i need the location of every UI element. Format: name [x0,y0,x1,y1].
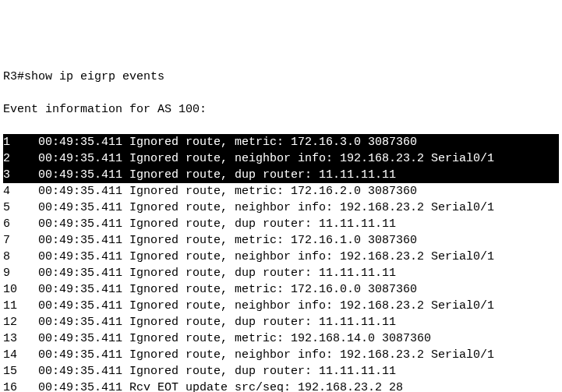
event-row: 700:49:35.411 Ignored route, metric: 172… [3,232,559,249]
event-message: Ignored route, metric: 172.16.0.0 308736… [122,283,417,296]
event-message: Ignored route, neighbor info: 192.168.23… [122,152,494,165]
event-row: 1000:49:35.411 Ignored route, metric: 17… [3,281,559,298]
event-row: 1100:49:35.411 Ignored route, neighbor i… [3,298,559,314]
event-row: 1300:49:35.411 Ignored route, metric: 19… [3,330,559,347]
event-number: 12 [3,314,38,330]
event-timestamp: 00:49:35.411 [38,249,122,265]
event-number: 15 [3,363,38,380]
event-timestamp: 00:49:35.411 [38,281,122,298]
event-timestamp: 00:49:35.411 [38,183,122,200]
event-timestamp: 00:49:35.411 [38,314,122,330]
command-prompt: R3#show ip eigrp events [3,69,559,85]
event-message: Ignored route, dup router: 11.11.11.11 [122,217,396,231]
event-list: 100:49:35.411 Ignored route, metric: 172… [3,134,559,392]
event-row: 300:49:35.411 Ignored route, dup router:… [3,167,559,183]
event-timestamp: 00:49:35.411 [38,265,122,281]
event-number: 5 [3,200,38,216]
event-timestamp: 00:49:35.411 [38,134,122,150]
event-timestamp: 00:49:35.411 [38,347,122,363]
event-message: Ignored route, metric: 192.168.14.0 3087… [122,332,431,345]
event-row: 1600:49:35.411 Rcv EOT update src/seq: 1… [3,380,559,392]
event-message: Ignored route, dup router: 11.11.11.11 [122,267,396,280]
event-number: 3 [3,167,38,183]
event-row: 800:49:35.411 Ignored route, neighbor in… [3,249,559,265]
event-timestamp: 00:49:35.411 [38,380,122,392]
event-number: 4 [3,183,38,200]
event-number: 1 [3,134,38,150]
event-number: 9 [3,265,38,281]
event-timestamp: 00:49:35.411 [38,200,122,216]
event-row: 1500:49:35.411 Ignored route, dup router… [3,363,559,380]
event-number: 7 [3,232,38,249]
event-row: 500:49:35.411 Ignored route, neighbor in… [3,200,559,216]
event-row: 1200:49:35.411 Ignored route, dup router… [3,314,559,330]
event-timestamp: 00:49:35.411 [38,363,122,380]
event-number: 14 [3,347,38,363]
event-message: Ignored route, dup router: 11.11.11.11 [122,365,396,378]
event-row: 900:49:35.411 Ignored route, dup router:… [3,265,559,281]
event-message: Ignored route, dup router: 11.11.11.11 [122,168,396,182]
event-timestamp: 00:49:35.411 [38,150,122,167]
event-message: Ignored route, dup router: 11.11.11.11 [122,316,396,329]
event-message: Ignored route, metric: 172.16.1.0 308736… [122,234,417,247]
event-message: Ignored route, neighbor info: 192.168.23… [122,299,494,313]
event-row: 400:49:35.411 Ignored route, metric: 172… [3,183,559,200]
event-timestamp: 00:49:35.411 [38,216,122,232]
event-message: Ignored route, neighbor info: 192.168.23… [122,348,494,362]
event-number: 11 [3,298,38,314]
event-message: Ignored route, metric: 172.16.2.0 308736… [122,185,417,198]
event-message: Rcv EOT update src/seq: 192.168.23.2 28 [122,381,403,392]
event-timestamp: 00:49:35.411 [38,330,122,347]
event-row: 600:49:35.411 Ignored route, dup router:… [3,216,559,232]
event-timestamp: 00:49:35.411 [38,167,122,183]
event-timestamp: 00:49:35.411 [38,298,122,314]
event-row: 100:49:35.411 Ignored route, metric: 172… [3,134,559,150]
event-number: 13 [3,330,38,347]
event-row: 200:49:35.411 Ignored route, neighbor in… [3,150,559,167]
event-message: Ignored route, metric: 172.16.3.0 308736… [122,136,417,149]
event-number: 8 [3,249,38,265]
event-message: Ignored route, neighbor info: 192.168.23… [122,250,494,263]
event-number: 10 [3,281,38,298]
event-row: 1400:49:35.411 Ignored route, neighbor i… [3,347,559,363]
event-timestamp: 00:49:35.411 [38,232,122,249]
header-line: Event information for AS 100: [3,101,559,118]
event-number: 2 [3,150,38,167]
event-message: Ignored route, neighbor info: 192.168.23… [122,201,494,214]
event-number: 6 [3,216,38,232]
event-number: 16 [3,380,38,392]
